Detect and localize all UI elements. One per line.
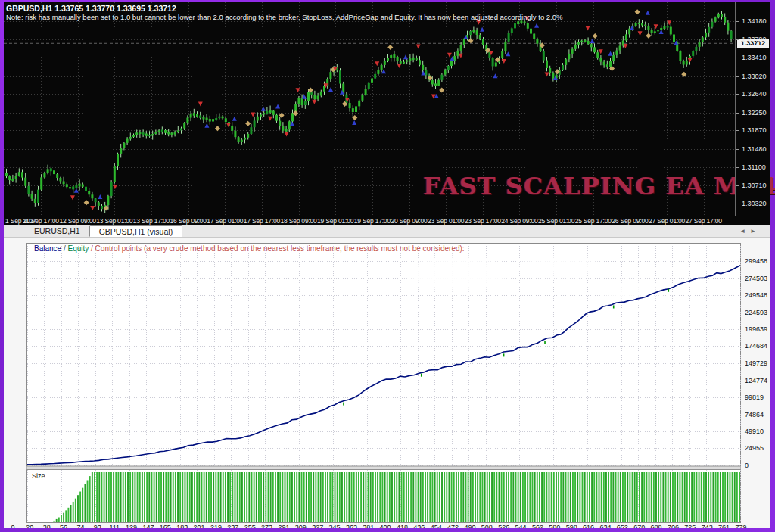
tester-x-tick-label: 20 [26, 524, 33, 528]
price-tick-mark [736, 113, 739, 114]
time-tick-label: 17 Sep 01:00 [207, 217, 243, 225]
tester-x-tick-label: 562 [532, 524, 543, 528]
price-tick-mark [736, 167, 739, 168]
tester-y-labels: 2994582745032495482245931996391746841497… [745, 257, 767, 469]
tester-x-tick-label: 147 [142, 524, 154, 528]
tester-x-tick-label: 526 [498, 524, 509, 528]
tester-y-tick-label: 249548 [745, 291, 767, 299]
tester-y-tick-label: 274503 [745, 275, 767, 282]
panel-separator [27, 466, 741, 470]
tester-x-tick-label: 201 [194, 524, 205, 528]
tester-y-tick-label: 149729 [745, 359, 767, 367]
candlestick-chart-area[interactable]: FAST SCALPING EA MT4 GBPUSD,H1 1.33765 1… [4, 2, 770, 225]
legend-balance: Balance [34, 244, 61, 253]
tester-y-tick-label: 299458 [745, 257, 767, 265]
tester-y-tick-label: 174684 [745, 342, 767, 350]
time-tick-label: 26 Sep 09:00 [612, 217, 648, 225]
tester-y-tick-label: 99819 [745, 394, 764, 401]
tester-x-tick-label: 273 [261, 524, 272, 528]
time-tick-label: 23 Sep 17:00 [465, 217, 501, 225]
scroll-right-icon[interactable]: ► [750, 228, 761, 235]
price-axis[interactable]: 1.33712 1.341801.337901.334101.330201.32… [735, 2, 770, 216]
time-tick-label: 13 Sep 17:00 [133, 217, 170, 225]
legend-equity: Equity [67, 244, 89, 253]
tester-y-tick-label: 24955 [745, 444, 764, 452]
time-tick-label: 20 Sep 09:00 [391, 217, 427, 225]
tester-x-tick-label: 725 [684, 524, 696, 528]
price-tick-mark [736, 94, 739, 95]
price-tick-label: 1.34180 [742, 17, 767, 25]
tester-x-tick-label: 743 [702, 524, 713, 528]
tester-x-tick-label: 472 [447, 524, 459, 528]
tester-x-tick-label: 706 [668, 524, 679, 528]
tester-x-tick-label: 363 [346, 524, 357, 528]
tester-y-tick-label: 49910 [745, 428, 764, 435]
tester-x-tick-label: 634 [599, 524, 611, 528]
tester-y-tick-label: 0 [745, 462, 749, 469]
tester-x-labels: 0203856749311112914716518320121923725527… [11, 524, 746, 528]
tester-x-tick-label: 219 [210, 524, 222, 528]
tester-x-tick-label: 74 [76, 524, 84, 528]
screenshot-frame: FAST SCALPING EA MT4 GBPUSD,H1 1.33765 1… [0, 0, 775, 532]
tester-x-tick-label: 779 [735, 524, 746, 528]
size-panel-label: Size [32, 472, 45, 480]
tester-x-tick-label: 165 [160, 524, 171, 528]
price-tick-label: 1.31480 [742, 145, 767, 153]
tester-x-tick-label: 381 [363, 524, 374, 528]
tester-x-tick-label: 598 [566, 524, 577, 528]
price-tick-label: 1.31100 [742, 163, 766, 171]
time-tick-label: 18 Sep 09:00 [280, 217, 316, 225]
tester-x-tick-label: 418 [397, 524, 408, 528]
tester-x-tick-label: 38 [43, 524, 51, 528]
price-tick-mark [736, 185, 739, 186]
tester-x-tick-label: 255 [244, 524, 256, 528]
time-tick-label: 24 Sep 09:00 [501, 217, 537, 225]
price-tick-label: 1.30710 [742, 182, 767, 189]
tester-x-tick-label: 183 [176, 524, 188, 528]
watermark-text: FAST SCALPING EA MT4 [423, 172, 768, 201]
time-tick-label: 19 Sep 17:00 [354, 217, 391, 225]
time-tick-label: 16 Sep 09:00 [170, 217, 207, 225]
time-tick-label: 27 Sep 01:00 [649, 217, 685, 225]
symbol-ohlc-info: GBPUSD,H1 1.33765 1.33770 1.33695 1.3371… [6, 4, 176, 13]
time-tick-label: 11 Sep 17:00 [23, 217, 59, 225]
price-tick-label: 1.32640 [742, 90, 767, 98]
tester-x-tick-label: 111 [109, 524, 120, 528]
tester-x-tick-label: 580 [549, 524, 560, 528]
tester-x-tick-label: 544 [515, 524, 527, 528]
tester-result-graph[interactable]: 2994582745032495482245931996391746841497… [4, 238, 770, 528]
price-tick-label: 1.33410 [742, 54, 767, 61]
time-tick-label: 12 Sep 09:00 [60, 217, 96, 225]
tester-x-tick-label: 652 [617, 524, 628, 528]
tester-x-tick-label: 345 [329, 524, 341, 528]
tester-x-tick-label: 761 [718, 524, 730, 528]
tester-x-tick-label: 309 [295, 524, 307, 528]
tab-eurusd[interactable]: EURUSD,H1 [25, 225, 89, 237]
scroll-left-icon[interactable]: ◄ [739, 228, 750, 235]
tester-legend: Balance / Equity / Control points (a ver… [34, 244, 465, 253]
time-tick-label: 13 Sep 01:00 [96, 217, 132, 225]
tester-x-tick-label: 56 [60, 524, 67, 528]
price-tick-label: 1.33790 [742, 36, 767, 43]
tester-y-tick-label: 199639 [745, 325, 767, 333]
size-bars-layer [54, 472, 740, 522]
price-tick-label: 1.30320 [742, 200, 767, 207]
time-axis[interactable]: 1 Sep 202411 Sep 17:0012 Sep 09:0013 Sep… [4, 216, 770, 225]
price-tick-mark [736, 21, 739, 22]
time-tick-label: 23 Sep 01:00 [428, 217, 464, 225]
price-tick-mark [736, 58, 739, 58]
tester-x-tick-label: 490 [464, 524, 475, 528]
tester-x-tick-label: 237 [227, 524, 238, 528]
tab-gbpusd-visual[interactable]: GBPUSD,H1 (visual) [89, 225, 182, 237]
mt4-window: FAST SCALPING EA MT4 GBPUSD,H1 1.33765 1… [4, 2, 770, 528]
price-tick-mark [736, 39, 739, 40]
price-tick-mark [736, 204, 739, 204]
tab-scroll-arrows[interactable]: ◄► [739, 228, 761, 235]
tester-x-tick-label: 400 [380, 524, 391, 528]
chart-tab-bar: EURUSD,H1 GBPUSD,H1 (visual) ◄► [4, 225, 770, 238]
tester-plot[interactable]: 2994582745032495482245931996391746841497… [4, 238, 770, 528]
tester-x-tick-label: 291 [278, 524, 289, 528]
price-tick-mark [736, 130, 739, 131]
time-tick-label: 17 Sep 17:00 [244, 217, 280, 225]
tester-x-tick-label: 436 [413, 524, 425, 528]
